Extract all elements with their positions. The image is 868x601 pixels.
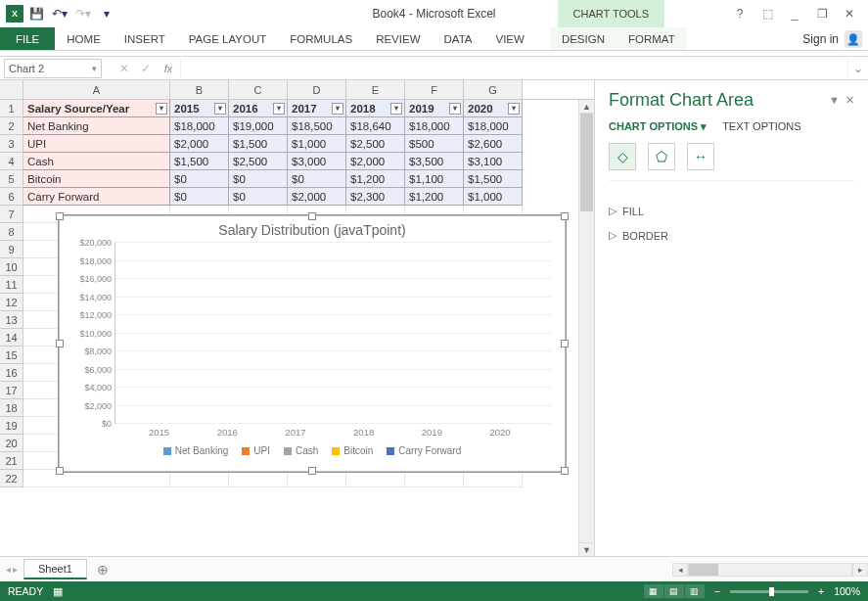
column-header-F[interactable]: F [405,80,464,99]
cell-F1[interactable]: 2019▾ [405,100,464,117]
cell-A1[interactable]: Salary Source/Year▾ [23,100,170,117]
legend-item-Cash[interactable]: Cash [284,445,318,456]
row-header-3[interactable]: 3 [0,135,23,153]
ribbon-display-options[interactable]: ⬚ [754,4,780,23]
cell-D3[interactable]: $1,000 [288,135,346,153]
undo-button[interactable]: ↶▾ [49,3,70,24]
cell-E2[interactable]: $18,640 [346,117,405,135]
scroll-down-button[interactable]: ▼ [579,542,594,556]
sign-in-link[interactable]: Sign in [802,32,839,46]
fill-section[interactable]: ▷FILL [609,199,854,223]
cell-G4[interactable]: $3,100 [464,153,523,170]
macro-record-icon[interactable]: ▦ [53,585,63,597]
cell-A4[interactable]: Cash [23,153,170,170]
column-header-D[interactable]: D [288,80,346,99]
row-header-7[interactable]: 7 [0,206,23,223]
cell-C5[interactable]: $0 [229,170,288,188]
filter-dropdown-icon[interactable]: ▾ [508,103,520,115]
fill-line-icon[interactable]: ◇ [609,143,636,170]
cell-D22[interactable] [288,470,346,487]
cell-C1[interactable]: 2016▾ [229,100,288,117]
row-header-19[interactable]: 19 [0,417,23,435]
help-button[interactable]: ? [727,4,753,23]
row-header-10[interactable]: 10 [0,258,23,276]
cell-F22[interactable] [405,470,464,487]
legend-item-Bitcoin[interactable]: Bitcoin [332,445,373,456]
row-header-9[interactable]: 9 [0,241,23,258]
filter-dropdown-icon[interactable]: ▾ [214,103,226,115]
tab-data[interactable]: DATA [433,27,484,50]
cell-D4[interactable]: $3,000 [288,153,346,170]
sheet-nav-first-button[interactable]: ◂ [6,564,11,575]
cell-A6[interactable]: Carry Forward [23,188,170,206]
cell-G22[interactable] [464,470,523,487]
cell-A22[interactable] [23,470,170,487]
cell-E4[interactable]: $2,000 [346,153,405,170]
cell-D6[interactable]: $2,000 [288,188,346,206]
row-header-12[interactable]: 12 [0,294,23,311]
user-avatar-icon[interactable]: 👤 [845,30,862,48]
row-header-13[interactable]: 13 [0,311,23,329]
cell-F5[interactable]: $1,100 [405,170,464,188]
cell-C22[interactable] [229,470,288,487]
row-header-4[interactable]: 4 [0,153,23,170]
cell-G1[interactable]: 2020▾ [464,100,523,117]
cell-F4[interactable]: $3,500 [405,153,464,170]
tab-page-layout[interactable]: PAGE LAYOUT [177,27,278,50]
resize-handle-e[interactable] [561,340,569,347]
column-header-G[interactable]: G [464,80,523,99]
row-header-11[interactable]: 11 [0,276,23,294]
redo-button[interactable]: ↷▾ [72,3,94,24]
legend-item-Carry Forward[interactable]: Carry Forward [387,445,461,456]
row-header-14[interactable]: 14 [0,329,23,347]
cell-G2[interactable]: $18,000 [464,117,523,135]
row-header-21[interactable]: 21 [0,452,23,470]
resize-handle-ne[interactable] [561,212,569,220]
filter-dropdown-icon[interactable]: ▾ [156,103,167,115]
resize-handle-se[interactable] [561,467,569,475]
scroll-up-button[interactable]: ▲ [579,100,594,114]
row-header-5[interactable]: 5 [0,170,23,188]
legend-item-UPI[interactable]: UPI [242,445,270,456]
row-header-2[interactable]: 2 [0,117,23,135]
filter-dropdown-icon[interactable]: ▾ [449,103,461,115]
pane-tab-chart-options[interactable]: CHART OPTIONS ▾ [609,120,707,133]
row-header-8[interactable]: 8 [0,223,23,241]
resize-handle-w[interactable] [56,340,64,347]
save-button[interactable]: 💾 [25,3,47,24]
column-header-B[interactable]: B [170,80,229,99]
effects-icon[interactable]: ⬠ [648,143,675,170]
resize-handle-s[interactable] [308,467,316,475]
cell-G6[interactable]: $1,000 [464,188,523,206]
row-header-16[interactable]: 16 [0,364,23,382]
column-header-C[interactable]: C [229,80,288,99]
row-header-1[interactable]: 1 [0,100,23,117]
pane-close-button[interactable]: ✕ [845,94,854,107]
scroll-left-button[interactable]: ◂ [672,563,688,577]
cell-B22[interactable] [170,470,229,487]
page-break-view-button[interactable]: ▥ [685,584,705,598]
horizontal-scrollbar[interactable]: ◂ ▸ [672,562,868,578]
insert-function-button[interactable]: fx [157,59,180,78]
cell-G5[interactable]: $1,500 [464,170,523,188]
cell-E1[interactable]: 2018▾ [346,100,405,117]
chart-object[interactable]: Salary Distribution (javaTpoint) $0$2,00… [59,215,566,472]
pane-tab-text-options[interactable]: TEXT OPTIONS [722,120,800,133]
cell-F3[interactable]: $500 [405,135,464,153]
border-section[interactable]: ▷BORDER [609,223,854,248]
sheet-nav-prev-button[interactable]: ▸ [13,564,18,575]
cell-E5[interactable]: $1,200 [346,170,405,188]
resize-handle-nw[interactable] [56,212,64,220]
cancel-formula-button[interactable]: ✕ [114,59,135,78]
legend-item-Net Banking[interactable]: Net Banking [163,445,228,456]
hscroll-thumb[interactable] [689,564,718,576]
cell-E6[interactable]: $2,300 [346,188,405,206]
cell-D1[interactable]: 2017▾ [288,100,346,117]
resize-handle-n[interactable] [308,212,316,220]
close-button[interactable]: ✕ [837,4,862,23]
row-header-17[interactable]: 17 [0,382,23,399]
row-header-18[interactable]: 18 [0,399,23,417]
tab-file[interactable]: FILE [0,27,55,50]
filter-dropdown-icon[interactable]: ▾ [390,103,402,115]
tab-review[interactable]: REVIEW [364,27,432,50]
